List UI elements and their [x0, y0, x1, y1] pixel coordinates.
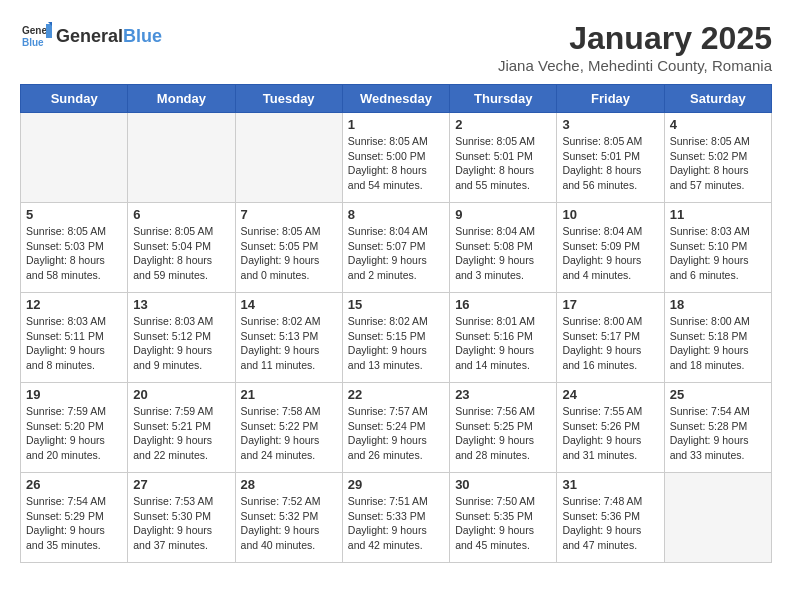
logo-text: GeneralBlue — [56, 26, 162, 47]
calendar-cell: 18Sunrise: 8:00 AM Sunset: 5:18 PM Dayli… — [664, 293, 771, 383]
calendar-cell: 23Sunrise: 7:56 AM Sunset: 5:25 PM Dayli… — [450, 383, 557, 473]
day-info: Sunrise: 7:55 AM Sunset: 5:26 PM Dayligh… — [562, 404, 658, 463]
calendar-cell: 21Sunrise: 7:58 AM Sunset: 5:22 PM Dayli… — [235, 383, 342, 473]
day-info: Sunrise: 8:04 AM Sunset: 5:09 PM Dayligh… — [562, 224, 658, 283]
day-number: 30 — [455, 477, 551, 492]
day-number: 16 — [455, 297, 551, 312]
day-info: Sunrise: 8:03 AM Sunset: 5:11 PM Dayligh… — [26, 314, 122, 373]
calendar-week-4: 19Sunrise: 7:59 AM Sunset: 5:20 PM Dayli… — [21, 383, 772, 473]
day-info: Sunrise: 7:53 AM Sunset: 5:30 PM Dayligh… — [133, 494, 229, 553]
calendar-cell: 6Sunrise: 8:05 AM Sunset: 5:04 PM Daylig… — [128, 203, 235, 293]
day-info: Sunrise: 7:59 AM Sunset: 5:21 PM Dayligh… — [133, 404, 229, 463]
day-header-friday: Friday — [557, 85, 664, 113]
day-number: 8 — [348, 207, 444, 222]
calendar-week-5: 26Sunrise: 7:54 AM Sunset: 5:29 PM Dayli… — [21, 473, 772, 563]
calendar-cell: 8Sunrise: 8:04 AM Sunset: 5:07 PM Daylig… — [342, 203, 449, 293]
day-info: Sunrise: 7:54 AM Sunset: 5:28 PM Dayligh… — [670, 404, 766, 463]
calendar-week-3: 12Sunrise: 8:03 AM Sunset: 5:11 PM Dayli… — [21, 293, 772, 383]
calendar-cell — [21, 113, 128, 203]
calendar-cell: 26Sunrise: 7:54 AM Sunset: 5:29 PM Dayli… — [21, 473, 128, 563]
calendar-table: SundayMondayTuesdayWednesdayThursdayFrid… — [20, 84, 772, 563]
calendar-week-2: 5Sunrise: 8:05 AM Sunset: 5:03 PM Daylig… — [21, 203, 772, 293]
calendar-cell: 12Sunrise: 8:03 AM Sunset: 5:11 PM Dayli… — [21, 293, 128, 383]
day-number: 21 — [241, 387, 337, 402]
title-block: January 2025 Jiana Veche, Mehedinti Coun… — [498, 20, 772, 74]
day-info: Sunrise: 8:04 AM Sunset: 5:07 PM Dayligh… — [348, 224, 444, 283]
calendar-cell: 15Sunrise: 8:02 AM Sunset: 5:15 PM Dayli… — [342, 293, 449, 383]
calendar-cell: 30Sunrise: 7:50 AM Sunset: 5:35 PM Dayli… — [450, 473, 557, 563]
calendar-cell — [128, 113, 235, 203]
day-info: Sunrise: 8:02 AM Sunset: 5:13 PM Dayligh… — [241, 314, 337, 373]
day-number: 20 — [133, 387, 229, 402]
day-info: Sunrise: 8:05 AM Sunset: 5:01 PM Dayligh… — [455, 134, 551, 193]
day-info: Sunrise: 7:59 AM Sunset: 5:20 PM Dayligh… — [26, 404, 122, 463]
calendar-cell: 1Sunrise: 8:05 AM Sunset: 5:00 PM Daylig… — [342, 113, 449, 203]
day-info: Sunrise: 8:05 AM Sunset: 5:01 PM Dayligh… — [562, 134, 658, 193]
day-number: 2 — [455, 117, 551, 132]
calendar-cell: 4Sunrise: 8:05 AM Sunset: 5:02 PM Daylig… — [664, 113, 771, 203]
svg-text:Blue: Blue — [22, 37, 44, 48]
logo-icon: General Blue — [20, 20, 52, 52]
day-info: Sunrise: 7:48 AM Sunset: 5:36 PM Dayligh… — [562, 494, 658, 553]
day-info: Sunrise: 8:05 AM Sunset: 5:04 PM Dayligh… — [133, 224, 229, 283]
day-number: 10 — [562, 207, 658, 222]
day-number: 6 — [133, 207, 229, 222]
day-number: 24 — [562, 387, 658, 402]
calendar-cell: 22Sunrise: 7:57 AM Sunset: 5:24 PM Dayli… — [342, 383, 449, 473]
day-info: Sunrise: 8:05 AM Sunset: 5:05 PM Dayligh… — [241, 224, 337, 283]
calendar-cell: 31Sunrise: 7:48 AM Sunset: 5:36 PM Dayli… — [557, 473, 664, 563]
day-info: Sunrise: 7:56 AM Sunset: 5:25 PM Dayligh… — [455, 404, 551, 463]
calendar-cell: 24Sunrise: 7:55 AM Sunset: 5:26 PM Dayli… — [557, 383, 664, 473]
day-info: Sunrise: 8:04 AM Sunset: 5:08 PM Dayligh… — [455, 224, 551, 283]
day-header-monday: Monday — [128, 85, 235, 113]
calendar-cell: 5Sunrise: 8:05 AM Sunset: 5:03 PM Daylig… — [21, 203, 128, 293]
calendar-cell: 9Sunrise: 8:04 AM Sunset: 5:08 PM Daylig… — [450, 203, 557, 293]
calendar-cell — [664, 473, 771, 563]
day-number: 18 — [670, 297, 766, 312]
day-info: Sunrise: 7:52 AM Sunset: 5:32 PM Dayligh… — [241, 494, 337, 553]
day-info: Sunrise: 8:05 AM Sunset: 5:00 PM Dayligh… — [348, 134, 444, 193]
day-info: Sunrise: 7:51 AM Sunset: 5:33 PM Dayligh… — [348, 494, 444, 553]
day-header-sunday: Sunday — [21, 85, 128, 113]
day-number: 22 — [348, 387, 444, 402]
day-info: Sunrise: 8:03 AM Sunset: 5:10 PM Dayligh… — [670, 224, 766, 283]
day-number: 13 — [133, 297, 229, 312]
calendar-cell — [235, 113, 342, 203]
day-info: Sunrise: 7:50 AM Sunset: 5:35 PM Dayligh… — [455, 494, 551, 553]
day-header-wednesday: Wednesday — [342, 85, 449, 113]
day-info: Sunrise: 7:57 AM Sunset: 5:24 PM Dayligh… — [348, 404, 444, 463]
day-number: 15 — [348, 297, 444, 312]
calendar-cell: 13Sunrise: 8:03 AM Sunset: 5:12 PM Dayli… — [128, 293, 235, 383]
calendar-cell: 14Sunrise: 8:02 AM Sunset: 5:13 PM Dayli… — [235, 293, 342, 383]
logo-blue: Blue — [123, 26, 162, 46]
calendar-cell: 29Sunrise: 7:51 AM Sunset: 5:33 PM Dayli… — [342, 473, 449, 563]
day-number: 31 — [562, 477, 658, 492]
day-number: 7 — [241, 207, 337, 222]
day-info: Sunrise: 8:05 AM Sunset: 5:03 PM Dayligh… — [26, 224, 122, 283]
day-info: Sunrise: 8:02 AM Sunset: 5:15 PM Dayligh… — [348, 314, 444, 373]
calendar-week-1: 1Sunrise: 8:05 AM Sunset: 5:00 PM Daylig… — [21, 113, 772, 203]
day-number: 19 — [26, 387, 122, 402]
day-number: 27 — [133, 477, 229, 492]
day-number: 14 — [241, 297, 337, 312]
day-info: Sunrise: 8:01 AM Sunset: 5:16 PM Dayligh… — [455, 314, 551, 373]
calendar-cell: 27Sunrise: 7:53 AM Sunset: 5:30 PM Dayli… — [128, 473, 235, 563]
day-info: Sunrise: 8:00 AM Sunset: 5:17 PM Dayligh… — [562, 314, 658, 373]
day-info: Sunrise: 8:00 AM Sunset: 5:18 PM Dayligh… — [670, 314, 766, 373]
calendar-cell: 7Sunrise: 8:05 AM Sunset: 5:05 PM Daylig… — [235, 203, 342, 293]
day-number: 23 — [455, 387, 551, 402]
calendar-header-row: SundayMondayTuesdayWednesdayThursdayFrid… — [21, 85, 772, 113]
calendar-cell: 2Sunrise: 8:05 AM Sunset: 5:01 PM Daylig… — [450, 113, 557, 203]
day-info: Sunrise: 8:03 AM Sunset: 5:12 PM Dayligh… — [133, 314, 229, 373]
calendar-cell: 3Sunrise: 8:05 AM Sunset: 5:01 PM Daylig… — [557, 113, 664, 203]
subtitle: Jiana Veche, Mehedinti County, Romania — [498, 57, 772, 74]
day-number: 29 — [348, 477, 444, 492]
day-info: Sunrise: 8:05 AM Sunset: 5:02 PM Dayligh… — [670, 134, 766, 193]
logo-general: General — [56, 26, 123, 46]
day-header-saturday: Saturday — [664, 85, 771, 113]
day-number: 28 — [241, 477, 337, 492]
calendar-cell: 19Sunrise: 7:59 AM Sunset: 5:20 PM Dayli… — [21, 383, 128, 473]
day-number: 25 — [670, 387, 766, 402]
day-number: 17 — [562, 297, 658, 312]
day-header-thursday: Thursday — [450, 85, 557, 113]
